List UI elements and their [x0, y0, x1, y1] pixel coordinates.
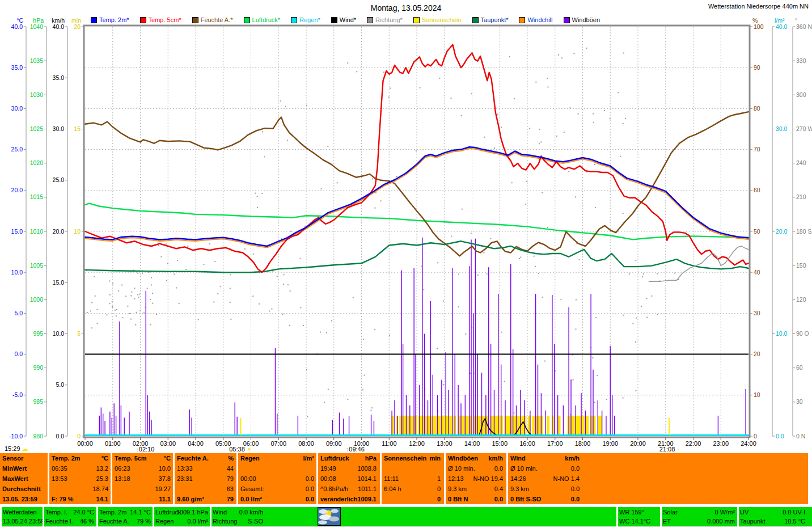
sunrise-icon: ☀	[247, 446, 252, 453]
stats-row: LuftdruckhPa	[320, 453, 377, 463]
stats-cell-value: 0.0	[306, 484, 314, 494]
stats-row: 11.1	[115, 494, 171, 504]
status-cell-wr-wc: WR 159°WC 14.1°C	[618, 508, 658, 526]
stats-cell-label: 9.3 km	[448, 484, 467, 494]
svg-text:240: 240	[796, 159, 806, 166]
stats-row: Temp. 5cm°C	[115, 453, 171, 463]
stats-cell-value: 0.0	[306, 494, 314, 504]
stats-column-sensor: SensorMinWertMaxWertDurchschnitt13.05. 2…	[0, 453, 46, 504]
stats-row: 06:3513.2	[52, 463, 108, 474]
status-line: Wetterdaten	[3, 508, 41, 517]
axes: 40.035.030.025.020.015.010.05.00.0-5.0-1…	[9, 17, 812, 440]
svg-text:°: °	[795, 17, 797, 24]
svg-text:70: 70	[754, 146, 760, 153]
status-label: Taupunkt	[740, 517, 766, 526]
svg-text:0.0: 0.0	[56, 433, 64, 440]
stats-cell-label: Temp. 2m	[52, 453, 81, 463]
stats-cell-label: 06:23	[115, 463, 130, 474]
status-value: 0 W/m²	[715, 508, 735, 517]
stats-cell-label: 0 Bft S-SO	[510, 494, 541, 504]
status-value: 14.1 °C	[130, 508, 151, 517]
svg-text:330: 330	[796, 57, 806, 64]
stats-row: Feuchte A.%	[177, 453, 234, 463]
stats-cell-value: 79	[227, 474, 234, 484]
stats-row: Gesamt:0.0	[240, 484, 314, 494]
svg-text:60: 60	[796, 364, 803, 371]
stats-cell-value: 19.27	[155, 484, 171, 494]
svg-text:17:00: 17:00	[547, 440, 563, 447]
svg-text:15: 15	[74, 125, 81, 132]
svg-text:40.0: 40.0	[776, 23, 788, 30]
svg-text:150: 150	[796, 262, 806, 269]
status-label: 13.05.24 23:59	[3, 517, 44, 526]
status-line: Luftdruck1009.1 hPa	[155, 508, 208, 517]
svg-text:30.0: 30.0	[776, 125, 788, 132]
stats-row: 0 Bft S-SO0.0	[510, 494, 580, 504]
svg-text:100: 100	[754, 23, 764, 30]
stats-row: Sonnenscheinmin	[384, 453, 441, 463]
sunshine-bars	[391, 416, 602, 436]
svg-text:1015: 1015	[30, 193, 44, 200]
stats-cell-label: 19:49	[320, 463, 336, 474]
stats-row: Temp. 2m°C	[52, 453, 108, 463]
status-bar: Wetterdaten13.05.24 23:59Temp. I.24.0 °C…	[0, 506, 812, 527]
stats-row: 9.60 g/m³79	[177, 494, 234, 504]
stats-row	[240, 463, 314, 474]
status-label: Temp. 2m	[99, 508, 126, 517]
svg-text:20.0: 20.0	[11, 187, 23, 193]
stats-row: MinWert	[2, 463, 44, 474]
svg-text:04:00: 04:00	[188, 440, 204, 447]
status-line: WR 159°	[619, 508, 657, 517]
status-line: Solar0 W/m²	[663, 508, 735, 517]
stats-row: MaxWert	[2, 474, 44, 484]
svg-text:360 N: 360 N	[796, 23, 812, 30]
stats-row: Ø 10 min.0.0	[448, 463, 503, 474]
svg-text:5.0: 5.0	[14, 310, 23, 316]
stats-cell-label: Wind	[510, 453, 526, 463]
svg-text:10: 10	[754, 391, 760, 398]
gust-spikes	[99, 238, 746, 436]
status-line: RichtungS-SO	[213, 517, 263, 526]
stats-cell-value: min	[429, 453, 441, 463]
stats-cell-label: Ø 10 min.	[448, 463, 475, 474]
svg-text:270 W: 270 W	[796, 125, 812, 132]
stats-row: Windkm/h	[510, 453, 580, 463]
status-label: Richtung	[213, 517, 237, 526]
svg-text:-10.0: -10.0	[9, 433, 23, 440]
svg-text:12:00: 12:00	[409, 440, 425, 447]
svg-text:14:00: 14:00	[464, 440, 480, 447]
svg-text:25.0: 25.0	[11, 146, 23, 153]
stats-cell-value: 0	[437, 494, 441, 504]
stats-cell-value: 0	[437, 484, 441, 494]
sun-event-tick	[240, 418, 241, 435]
svg-text:l/m²: l/m²	[775, 17, 785, 24]
svg-text:0: 0	[754, 433, 757, 440]
svg-text:5: 5	[77, 330, 81, 337]
stats-cell-label: 0 Bft N	[448, 494, 468, 504]
stats-cell-label: 00:00	[240, 474, 256, 484]
status-label: Temp. I.	[45, 508, 67, 517]
stats-cell-value: 10.0	[159, 463, 171, 474]
svg-text:30.0: 30.0	[11, 105, 23, 112]
svg-text:1025: 1025	[30, 125, 44, 132]
svg-text:15.0: 15.0	[11, 228, 23, 235]
stats-cell-value: 13.2	[96, 463, 108, 474]
stats-column-luftdruck: LuftdruckhPa19:491008.800:081014.1^0.8hP…	[316, 453, 379, 504]
stats-cell-label: 23:31	[177, 474, 193, 484]
status-line: UV0.0 UV-I	[740, 508, 805, 517]
stats-cell-value: hPa	[365, 453, 377, 463]
stats-cell-label: 00:08	[320, 474, 336, 484]
stats-cell-value: 0.4	[494, 484, 503, 494]
sun-event-tick	[669, 418, 670, 435]
sunrise-marker: 05:38 ☀	[229, 446, 252, 453]
svg-text:90 O: 90 O	[796, 330, 809, 337]
status-label: Feuchte A.	[99, 517, 129, 526]
svg-text:20.0: 20.0	[776, 228, 788, 235]
svg-text:-5.0: -5.0	[12, 391, 23, 398]
svg-text:1040: 1040	[30, 23, 44, 30]
svg-text:min: min	[71, 17, 81, 24]
stats-row: 14:26N-NO 1.4	[510, 474, 580, 484]
sunset-icon: ▫	[676, 446, 679, 453]
svg-text:20: 20	[74, 23, 81, 30]
svg-text:60: 60	[754, 187, 760, 193]
